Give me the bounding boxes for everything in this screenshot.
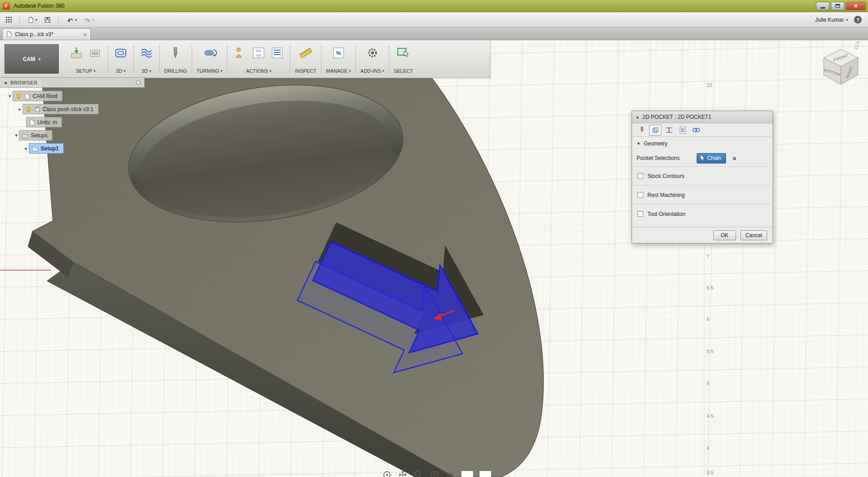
undo-icon (66, 16, 74, 23)
chain-selection-button[interactable]: Chain (697, 153, 726, 164)
gear-icon[interactable] (364, 45, 381, 61)
visibility-bulb-icon[interactable] (15, 93, 22, 99)
app-grid-button[interactable] (4, 15, 14, 24)
stock-contours-checkbox[interactable] (637, 173, 643, 179)
redo-button[interactable]: ▾ (81, 15, 96, 25)
setup-sheet-icon[interactable] (269, 45, 285, 61)
ribbon-group-actions[interactable]: G1G2 ACTIONS▾ (228, 40, 289, 78)
ribbon-group-label: INSPECT (295, 68, 316, 74)
grid-ruler-label: 10 (707, 82, 712, 88)
expander-open-icon[interactable]: ▾ (14, 133, 19, 138)
toolbar-separator (58, 15, 59, 24)
section-label: Geometry (644, 140, 668, 147)
file-menu-button[interactable]: ▾ (25, 15, 39, 25)
viewport-layout-tile[interactable] (479, 471, 491, 477)
document-tab-bar: Class p...ick v3* × (0, 28, 868, 40)
tree-item-units[interactable]: Units: in (0, 116, 145, 129)
tree-item-setups[interactable]: ▾ Setups (0, 129, 145, 142)
fit-icon[interactable] (429, 470, 439, 477)
tab-linking[interactable] (690, 125, 702, 136)
ribbon-separator (290, 45, 290, 73)
ribbon-group-setup[interactable]: SETUP▾ (64, 40, 107, 78)
orbit-icon[interactable] (382, 470, 392, 477)
tree-item-cam-root[interactable]: ▾ CAM Root (0, 89, 145, 103)
tree-item-setup1[interactable]: ▸ Setup1 (0, 142, 145, 155)
browser-options-button[interactable] (136, 80, 141, 85)
ribbon-separator (159, 45, 160, 73)
close-tab-icon[interactable]: × (83, 32, 87, 37)
tab-geometry[interactable] (649, 125, 661, 136)
g1g2-code-icon[interactable]: G1G2 (250, 45, 267, 61)
stock-icon[interactable] (87, 45, 103, 61)
section-expanded-icon[interactable]: ▼ (637, 141, 641, 146)
document-tab[interactable]: Class p...ick v3* × (2, 28, 91, 40)
tool-orientation-row[interactable]: Tool Orientation (632, 204, 773, 223)
collapse-panel-icon[interactable]: ◀ (4, 80, 7, 85)
quick-access-toolbar: ▾ ▾ ▾ Julie Kumar ▾ ? (0, 12, 868, 28)
browser-tree: ▾ CAM Root ▸ Class push stick v3:1 (0, 89, 145, 155)
geometry-section-header[interactable]: ▼ Geometry (632, 137, 773, 150)
undo-button[interactable]: ▾ (64, 15, 79, 25)
view-cube-graphic[interactable]: FRONT BOTTOM RIGHT (819, 44, 863, 87)
restore-button[interactable] (831, 2, 844, 10)
ribbon-group-label: ADD-INS (360, 68, 381, 74)
navigation-bar[interactable] (382, 470, 491, 477)
dialog-handle-icon: ● (636, 115, 639, 120)
view-cube[interactable]: FRONT BOTTOM RIGHT (819, 44, 863, 87)
user-account-menu[interactable]: Julie Kumar ▾ ? (815, 16, 868, 23)
3d-contour-icon[interactable] (138, 45, 155, 61)
minimize-button[interactable] (816, 2, 830, 10)
grid-settings-tile[interactable] (461, 471, 473, 477)
ribbon-group-3d[interactable]: 3D▾ (134, 40, 159, 78)
lathe-icon[interactable] (202, 45, 218, 61)
ribbon-group-2d[interactable]: 2D▾ (108, 40, 133, 78)
tree-item-component[interactable]: ▸ Class push stick v3:1 (0, 103, 145, 116)
grid-ruler-label: 4.5 (707, 413, 713, 419)
ribbon-group-drilling[interactable]: DRILLING (160, 40, 191, 78)
ribbon-group-addins[interactable]: ADD-INS▾ (356, 40, 388, 78)
drill-icon[interactable] (167, 45, 184, 61)
chevron-down-icon: ▾ (846, 18, 848, 22)
ribbon-group-inspect[interactable]: INSPECT (291, 40, 321, 78)
ribbon-group-turning[interactable]: TURNING▾ (193, 40, 227, 78)
visibility-bulb-icon[interactable] (25, 106, 32, 112)
ribbon-group-manage[interactable]: % MANAGE▾ (322, 40, 355, 78)
close-button[interactable]: × (846, 2, 866, 10)
rest-machining-row[interactable]: Rest Machining (632, 185, 773, 204)
save-button[interactable] (42, 15, 53, 25)
pan-icon[interactable] (398, 470, 408, 477)
cancel-button[interactable]: Cancel (741, 230, 767, 240)
select-cursor-icon[interactable] (395, 45, 411, 61)
tab-heights[interactable] (663, 125, 675, 136)
zoom-icon[interactable] (414, 470, 424, 477)
display-settings-icon[interactable] (445, 470, 455, 477)
user-name: Julie Kumar (815, 17, 844, 23)
expander-open-icon[interactable]: ▾ (7, 94, 13, 98)
ribbon-group-label: SELECT (394, 68, 413, 74)
new-setup-icon[interactable] (68, 45, 85, 61)
expander-closed-icon[interactable]: ▸ (17, 107, 23, 112)
grid-ruler-label: 6 (707, 317, 709, 322)
browser-header[interactable]: ◀ BROWSER (0, 77, 145, 88)
browser-panel: ◀ BROWSER ▾ CAM Root ▸ Class push stick … (0, 77, 145, 155)
ok-button[interactable]: OK (713, 230, 736, 240)
folder-icon (22, 132, 28, 139)
stock-contours-row[interactable]: Stock Contours (632, 166, 773, 185)
measure-icon[interactable] (297, 45, 314, 61)
rest-machining-checkbox[interactable] (637, 192, 643, 198)
workspace-switcher[interactable]: CAM ▾ (5, 44, 59, 74)
expander-closed-icon[interactable]: ▸ (24, 146, 29, 151)
dialog-titlebar[interactable]: ● 2D POCKET : 2D POCKET1 (632, 111, 773, 123)
ribbon-group-select[interactable]: SELECT (390, 40, 417, 78)
help-button[interactable]: ? (854, 16, 862, 23)
tree-item-label: CAM Root (33, 93, 57, 99)
tab-passes[interactable] (676, 125, 689, 136)
tool-library-icon[interactable]: % (330, 45, 347, 61)
selected-tree-item[interactable]: Setup1 (29, 143, 64, 154)
remove-selection-icon[interactable]: × (732, 154, 736, 162)
ribbon-group-label: DRILLING (164, 68, 187, 74)
2d-pocket-icon[interactable] (113, 45, 129, 61)
tool-orientation-checkbox[interactable] (637, 211, 643, 217)
tab-tool[interactable] (636, 125, 648, 136)
post-process-icon[interactable] (232, 45, 248, 61)
